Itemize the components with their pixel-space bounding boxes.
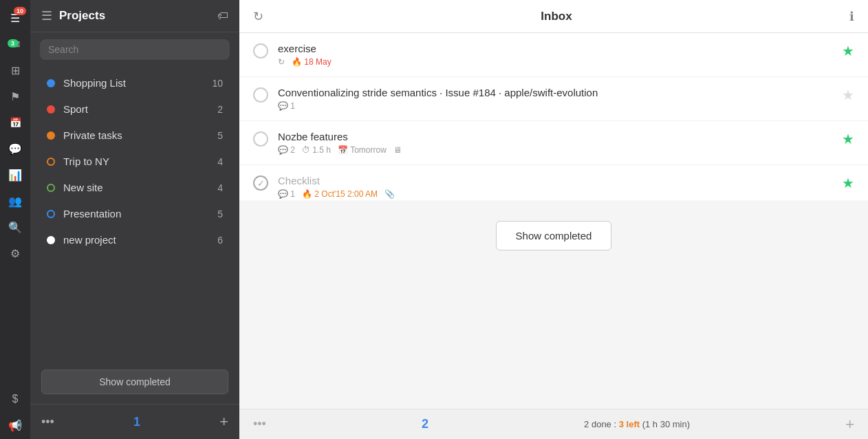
- rail-chat-icon[interactable]: 💬: [3, 136, 28, 161]
- task-meta: 💬 1: [278, 101, 835, 111]
- screen-icon: 🖥: [393, 145, 402, 155]
- task-meta: ↻🔥 18 May: [278, 57, 835, 67]
- info-icon[interactable]: ℹ: [849, 9, 854, 24]
- task-item-conventionalizing[interactable]: Conventionalizing stride semantics · Iss…: [239, 77, 868, 121]
- project-count: 2: [217, 104, 223, 115]
- rail-chart-icon[interactable]: 📊: [3, 162, 28, 187]
- task-title: exercise: [278, 43, 835, 54]
- rail-megaphone-icon[interactable]: 📢: [3, 413, 28, 438]
- project-count: 5: [217, 130, 223, 141]
- task-star[interactable]: ★: [842, 87, 854, 103]
- sidebar-show-completed-button[interactable]: Show completed: [41, 370, 228, 394]
- sidebar-search-container: [30, 32, 239, 67]
- main-footer: ••• 2 2 done : 3 left (1 h 30 min) +: [239, 409, 868, 439]
- sidebar-footer-dots[interactable]: •••: [41, 415, 54, 429]
- project-name: new project: [63, 234, 217, 246]
- task-checkbox[interactable]: [253, 87, 268, 103]
- task-item-exercise[interactable]: exercise↻🔥 18 May★: [239, 33, 868, 77]
- sidebar-header: ☰ Projects 🏷: [30, 0, 239, 32]
- project-name: Shopping List: [63, 77, 212, 89]
- project-dot: [47, 210, 55, 218]
- sidebar-item-presentation[interactable]: Presentation5: [36, 201, 234, 226]
- main-footer-status: 2 done : 3 left (1 h 30 min): [584, 419, 690, 429]
- sidebar-title: Projects: [59, 9, 217, 23]
- fire-icon: 🔥: [302, 189, 312, 199]
- search-input[interactable]: [40, 39, 230, 60]
- sidebar-footer: ••• 1 +: [30, 404, 239, 439]
- project-name: Sport: [63, 103, 217, 115]
- project-dot: [47, 184, 55, 192]
- sidebar-item-private-tasks[interactable]: Private tasks5: [36, 122, 234, 148]
- sidebar-footer-number: 1: [133, 415, 140, 429]
- rail-inbox-icon[interactable]: ✉ 3: [3, 32, 28, 56]
- main-header: ↻ Inbox ℹ: [239, 0, 868, 33]
- comment-count: 💬 1: [278, 189, 295, 199]
- task-checkbox[interactable]: [253, 43, 268, 58]
- project-name: Private tasks: [63, 129, 217, 141]
- rail-people-icon[interactable]: 👥: [3, 189, 28, 213]
- main-footer-number: 2: [422, 417, 428, 431]
- main-footer-dots[interactable]: •••: [253, 417, 266, 431]
- sidebar-item-shopping-list[interactable]: Shopping List10: [36, 70, 234, 96]
- rail-search-icon[interactable]: 🔍: [3, 215, 28, 239]
- projects-badge: 10: [14, 7, 26, 15]
- project-count: 5: [217, 208, 223, 220]
- sidebar-tag-icon[interactable]: 🏷: [217, 10, 228, 22]
- project-name: Presentation: [63, 208, 217, 220]
- task-date: 2 Oct'15 2:00 AM: [314, 189, 378, 199]
- sidebar-item-new-site[interactable]: New site4: [36, 175, 234, 200]
- rail-calendar-icon[interactable]: 📅: [3, 110, 28, 135]
- project-dot: [47, 158, 55, 166]
- task-title: Conventionalizing stride semantics · Iss…: [278, 87, 835, 98]
- refresh-icon[interactable]: ↻: [253, 9, 263, 24]
- project-count: 6: [217, 235, 223, 246]
- attachment-icon: 📎: [384, 189, 395, 199]
- project-count: 4: [217, 156, 223, 167]
- rail-grid-icon[interactable]: ⊞: [3, 58, 28, 83]
- task-checkbox[interactable]: [253, 175, 268, 191]
- project-count: 4: [217, 182, 223, 193]
- task-meta: 💬 1🔥 2 Oct'15 2:00 AM📎: [278, 189, 835, 199]
- show-completed-area: Show completed: [239, 200, 868, 409]
- task-item-nozbe-features[interactable]: Nozbe features💬 2⏱ 1.5 h📅 Tomorrow🖥★: [239, 121, 868, 165]
- sidebar-item-trip-to-ny[interactable]: Trip to NY4: [36, 149, 234, 174]
- project-dot: [47, 236, 55, 244]
- due-date: 📅 Tomorrow: [338, 145, 387, 155]
- rail-flag-icon[interactable]: ⚑: [3, 84, 28, 109]
- task-content: Nozbe features💬 2⏱ 1.5 h📅 Tomorrow🖥: [278, 131, 835, 155]
- project-dot: [47, 105, 55, 114]
- inbox-badge: 3: [8, 39, 19, 47]
- task-content: Checklist💬 1🔥 2 Oct'15 2:00 AM📎: [278, 175, 835, 199]
- icon-rail: ☰ 10 ✉ 3 ⊞ ⚑ 📅 💬 📊 👥 🔍 ⚙ $ 📢: [0, 0, 30, 439]
- task-content: exercise↻🔥 18 May: [278, 43, 835, 67]
- main-panel: ↻ Inbox ℹ exercise↻🔥 18 May★Conventional…: [239, 0, 868, 439]
- task-list: exercise↻🔥 18 May★Conventionalizing stri…: [239, 33, 868, 200]
- fire-icon: 🔥: [292, 57, 302, 67]
- sidebar-item-sport[interactable]: Sport2: [36, 96, 234, 122]
- comment-count: 💬 2: [278, 145, 295, 155]
- project-count: 10: [212, 78, 223, 89]
- sidebar-header-icon: ☰: [41, 8, 52, 23]
- sidebar-add-project-button[interactable]: +: [219, 413, 228, 431]
- task-meta: 💬 2⏱ 1.5 h📅 Tomorrow🖥: [278, 145, 835, 155]
- task-title: Checklist: [278, 175, 835, 186]
- comment-count: 💬 1: [278, 101, 295, 111]
- duration: ⏱ 1.5 h: [302, 145, 331, 155]
- task-item-checklist[interactable]: Checklist💬 1🔥 2 Oct'15 2:00 AM📎★: [239, 165, 868, 200]
- task-star[interactable]: ★: [842, 175, 854, 191]
- rail-dollar-icon[interactable]: $: [3, 387, 28, 411]
- main-title: Inbox: [541, 10, 572, 23]
- task-title: Nozbe features: [278, 131, 835, 142]
- task-date: 18 May: [304, 57, 331, 67]
- sidebar-item-new-project[interactable]: new project6: [36, 227, 234, 253]
- task-content: Conventionalizing stride semantics · Iss…: [278, 87, 835, 111]
- project-dot: [47, 79, 55, 87]
- rail-gear-icon[interactable]: ⚙: [3, 241, 28, 266]
- task-star[interactable]: ★: [842, 131, 854, 147]
- project-name: Trip to NY: [63, 156, 217, 167]
- main-add-task-button[interactable]: +: [845, 416, 854, 433]
- task-checkbox[interactable]: [253, 131, 268, 147]
- task-star[interactable]: ★: [842, 43, 854, 59]
- rail-projects-icon[interactable]: ☰ 10: [3, 6, 28, 30]
- main-show-completed-button[interactable]: Show completed: [496, 221, 612, 250]
